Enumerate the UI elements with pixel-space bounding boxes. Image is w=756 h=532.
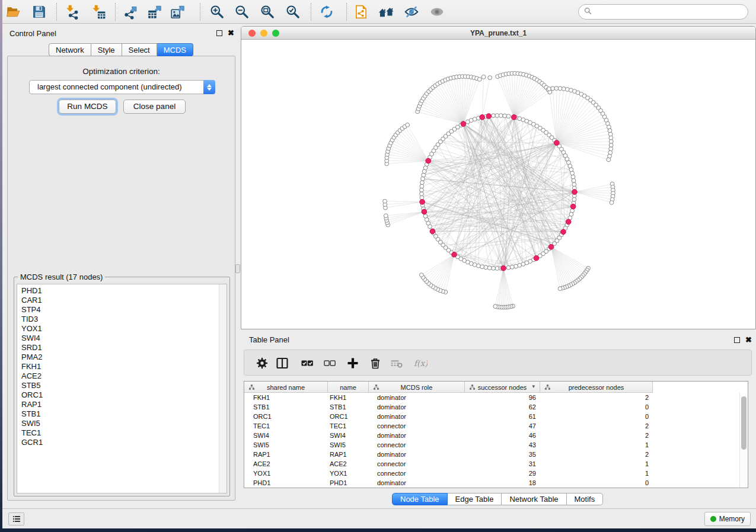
show-panel-icon[interactable] <box>429 4 445 20</box>
cell-mcds-role: dominator <box>377 413 406 420</box>
mcds-result-scrollbar[interactable] <box>219 284 227 493</box>
cell-shared-name: RAP1 <box>253 451 270 458</box>
export-image-icon[interactable] <box>170 4 186 20</box>
cell-shared-name: ACE2 <box>253 460 270 467</box>
cell-successor-nodes: 43 <box>465 441 536 448</box>
tab-style[interactable]: Style <box>91 43 122 56</box>
home-network-icon[interactable] <box>378 4 394 20</box>
cell-successor-nodes: 18 <box>465 479 536 486</box>
export-network-icon[interactable] <box>123 4 139 20</box>
hide-panel-icon[interactable] <box>404 4 419 20</box>
zoom-selected-icon[interactable] <box>285 4 301 20</box>
select-all-columns-icon[interactable] <box>300 356 314 370</box>
mcds-result-item[interactable]: STB1 <box>21 409 227 419</box>
mcds-result-item[interactable]: GCR1 <box>21 438 227 447</box>
cell-name: STB1 <box>330 403 346 411</box>
mcds-result-list: PHD1CAR1STP4TID3YOX1SWI4SRD1PMA2FKH1ACE2… <box>17 284 227 493</box>
cell-mcds-role: connector <box>377 470 406 477</box>
main-toolbar <box>2 0 756 24</box>
toolbar-separator <box>346 3 347 21</box>
tab-network[interactable]: Network <box>49 43 91 56</box>
mcds-result-item[interactable]: TID3 <box>21 315 227 324</box>
run-mcds-button[interactable]: Run MCDS <box>59 100 116 114</box>
table-panel: Table Panel ✖ f(x) shared namenameMCDS r… <box>241 332 756 508</box>
network-graph-canvas[interactable] <box>241 40 755 329</box>
cell-mcds-role: connector <box>377 460 406 467</box>
mcds-result-item[interactable]: PHD1 <box>21 286 227 296</box>
refresh-icon[interactable] <box>319 4 334 20</box>
cell-predecessor-nodes: 0 <box>540 479 649 486</box>
cell-mcds-role: dominator <box>377 432 406 439</box>
open-session-icon[interactable] <box>5 4 21 20</box>
share-document-icon[interactable] <box>353 4 369 20</box>
table-scrollbar-thumb[interactable] <box>741 396 747 450</box>
mcds-result-item[interactable]: ACE2 <box>21 371 227 381</box>
list-icon <box>11 514 22 524</box>
optimization-criterion-select[interactable]: largest connected component (undirected) <box>29 80 215 94</box>
mcds-result-item[interactable]: PMA2 <box>21 352 227 362</box>
mcds-result-item[interactable]: STP4 <box>21 305 227 315</box>
cell-mcds-role: connector <box>377 422 406 430</box>
settings-gear-icon[interactable] <box>255 356 269 370</box>
toolbar-separator <box>115 3 116 21</box>
export-table-icon[interactable] <box>147 4 162 20</box>
mcds-result-item[interactable]: CAR1 <box>21 296 227 305</box>
zoom-fit-icon[interactable] <box>260 4 275 20</box>
mcds-result-item[interactable]: ORC1 <box>21 390 227 400</box>
table-scrollbar[interactable] <box>739 393 748 488</box>
splitter-handle[interactable] <box>235 264 240 273</box>
tab-network-table[interactable]: Network Table <box>502 493 566 505</box>
float-icon[interactable] <box>216 30 222 36</box>
cell-name: FKH1 <box>330 394 346 401</box>
mcds-result-item[interactable]: SWI5 <box>21 419 227 428</box>
function-builder-icon: f(x) <box>413 356 428 370</box>
cell-predecessor-nodes: 1 <box>540 460 649 467</box>
zoom-out-icon[interactable] <box>234 4 250 20</box>
close-icon[interactable]: ✖ <box>228 30 234 37</box>
column-header-name[interactable]: name <box>328 382 369 393</box>
close-panel-button[interactable]: Close panel <box>123 100 186 114</box>
cell-name: ACE2 <box>330 460 347 467</box>
mcds-result-item[interactable]: RAP1 <box>21 400 227 409</box>
mcds-result-item[interactable]: TEC1 <box>21 428 227 438</box>
column-header-shared-name[interactable]: shared name <box>244 382 328 393</box>
close-icon[interactable]: ✖ <box>745 336 752 344</box>
column-header-successor-nodes[interactable]: successor nodes▾ <box>465 382 540 393</box>
optimization-criterion-label: Optimization criterion: <box>8 67 235 76</box>
table-panel-title: Table Panel <box>249 335 289 344</box>
float-icon[interactable] <box>734 337 740 343</box>
mcds-result-item[interactable]: YOX1 <box>21 324 227 334</box>
toolbar-separator <box>200 3 200 21</box>
task-history-button[interactable] <box>8 512 24 525</box>
cell-successor-nodes: 96 <box>465 394 536 401</box>
tab-edge-table[interactable]: Edge Table <box>448 493 502 505</box>
cell-successor-nodes: 46 <box>465 432 536 439</box>
unselect-all-columns-icon[interactable] <box>323 356 337 370</box>
toggle-columns-icon[interactable] <box>275 356 289 370</box>
mcds-panel: Optimization criterion: largest connecte… <box>7 56 235 501</box>
mcds-result-item[interactable]: SWI4 <box>21 334 227 343</box>
tab-select[interactable]: Select <box>122 43 157 56</box>
attribute-tree-icon <box>373 384 379 390</box>
column-header-predecessor-nodes[interactable]: predecessor nodes <box>540 382 653 393</box>
mcds-result-item[interactable]: FKH1 <box>21 362 227 371</box>
cell-predecessor-nodes: 0 <box>540 413 649 420</box>
delete-column-icon[interactable] <box>368 356 382 370</box>
add-column-icon[interactable] <box>346 356 360 370</box>
optimization-criterion-value: largest connected component (undirected) <box>37 82 182 91</box>
search-input[interactable] <box>578 4 748 20</box>
column-header-MCDS-role[interactable]: MCDS role <box>369 382 465 393</box>
tab-motifs[interactable]: Motifs <box>567 493 604 505</box>
cell-predecessor-nodes: 2 <box>540 432 649 439</box>
memory-button[interactable]: Memory <box>704 512 751 526</box>
save-session-icon[interactable] <box>31 4 47 20</box>
zoom-in-icon[interactable] <box>209 4 225 20</box>
import-network-icon[interactable] <box>65 4 80 20</box>
import-table-icon[interactable] <box>91 4 106 20</box>
mcds-result-item[interactable]: STB5 <box>21 381 227 390</box>
network-view-window: YPA_prune.txt_1 <box>241 26 756 329</box>
control-panel-title: Control Panel <box>9 29 56 38</box>
tab-node-table[interactable]: Node Table <box>392 493 448 505</box>
tab-mcds[interactable]: MCDS <box>157 43 193 56</box>
mcds-result-item[interactable]: SRD1 <box>21 343 227 352</box>
